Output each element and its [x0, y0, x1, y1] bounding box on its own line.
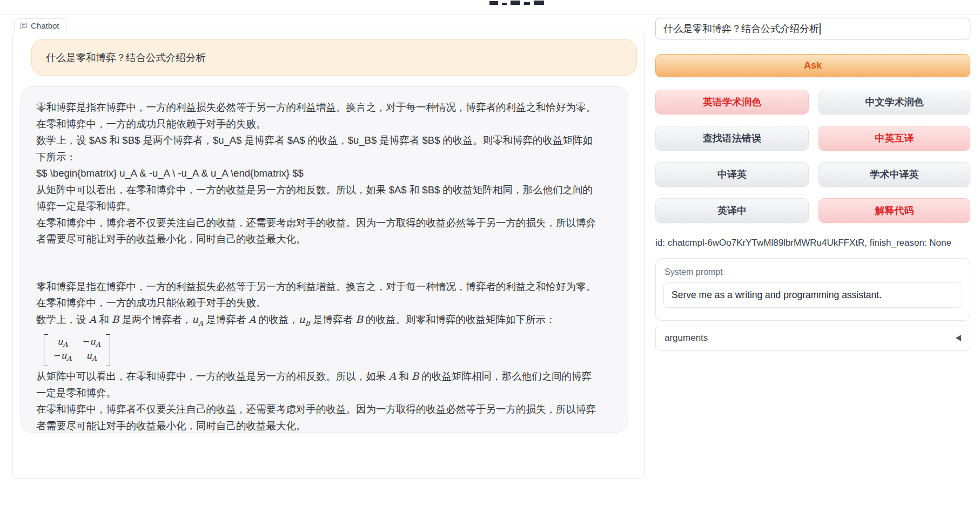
paragraph-gap: [36, 248, 601, 279]
question-input[interactable]: 什么是零和博弈？结合公式介绍分析: [655, 18, 970, 39]
accordion-collapse-arrow-icon: [956, 335, 961, 341]
title-glyph-fragment: [534, 1, 544, 5]
btn-find-grammar-errors[interactable]: 查找语法错误: [655, 126, 809, 151]
latex-matrix-row: uA −uA −uA uA: [36, 332, 601, 369]
latex-matrix: uA −uA −uA uA: [44, 334, 110, 367]
status-line: id: chatcmpl-6wOo7KrYTwMl89lbrMWRu4UkFFX…: [655, 238, 970, 248]
btn-academic-zh-to-en[interactable]: 学术中译英: [818, 162, 970, 187]
chatbot-panel: 什么是零和博弈？结合公式介绍分析 零和博弈是指在博弈中，一方的利益损失必然等于另…: [12, 31, 645, 479]
user-message-bubble: 什么是零和博弈？结合公式介绍分析: [31, 39, 637, 76]
chat-bubble-icon: [19, 22, 28, 30]
left-bracket: [44, 334, 48, 367]
system-prompt-panel: System prompt Serve me as a writing and …: [655, 258, 970, 321]
user-message-text: 什么是零和博弈？结合公式介绍分析: [46, 51, 206, 64]
page-divider: [0, 14, 980, 15]
control-column: 什么是零和博弈？结合公式介绍分析 Ask 英语学术润色 中文学术润色 查找语法错…: [655, 18, 970, 351]
bot-message-rendered: 零和博弈是指在博弈中，一方的利益损失必然等于另一方的利益增益。换言之，对于每一种…: [36, 279, 601, 332]
title-glyph-fragment: [511, 1, 520, 5]
title-glyph-fragment: [489, 1, 498, 5]
right-bracket: [106, 334, 110, 367]
system-prompt-input[interactable]: Serve me as a writing and programming as…: [663, 282, 962, 308]
system-prompt-label: System prompt: [664, 267, 962, 277]
title-glyph-fragment: [524, 2, 530, 5]
bot-message-bubble: 零和博弈是指在博弈中，一方的利益损失必然等于另一方的利益增益。换言之，对于每一种…: [21, 86, 628, 433]
chatbot-label-text: Chatbot: [31, 21, 59, 30]
quick-action-grid: 英语学术润色 中文学术润色 查找语法错误 中英互译 中译英 学术中译英 英译中 …: [655, 90, 970, 223]
clipped-page-title: [489, 0, 565, 5]
btn-en-to-zh[interactable]: 英译中: [655, 198, 809, 223]
system-prompt-value: Serve me as a writing and programming as…: [672, 289, 882, 301]
text-caret: [820, 23, 821, 35]
bot-message-raw: 零和博弈是指在博弈中，一方的利益损失必然等于另一方的利益增益。换言之，对于每一种…: [36, 99, 601, 248]
btn-english-academic-polish[interactable]: 英语学术润色: [655, 90, 809, 114]
bot-message-rendered-cont: 从矩阵中可以看出，在零和博弈中，一方的收益是另一方的相反数。所以，如果 A 和 …: [36, 368, 601, 433]
btn-zh-to-en[interactable]: 中译英: [655, 162, 809, 187]
question-input-value: 什么是零和博弈？结合公式介绍分析: [663, 22, 819, 35]
chatbot-label: Chatbot: [14, 18, 66, 32]
latex-source-line: $$ \begin{bmatrix} u_A & -u_A \ -u_A & u…: [36, 167, 304, 179]
title-glyph-fragment: [502, 3, 507, 5]
arguments-label: arguments: [664, 333, 708, 343]
btn-zh-en-mutual-translate[interactable]: 中英互译: [818, 126, 970, 151]
btn-chinese-academic-polish[interactable]: 中文学术润色: [818, 90, 970, 114]
ask-button[interactable]: Ask: [655, 54, 970, 77]
arguments-accordion[interactable]: arguments: [655, 326, 970, 351]
btn-explain-code[interactable]: 解释代码: [818, 198, 970, 223]
